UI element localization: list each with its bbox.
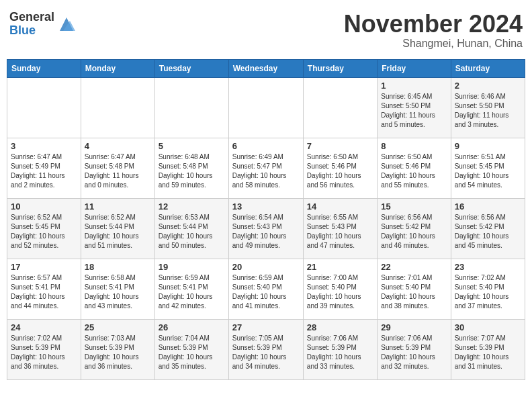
day-info: Sunrise: 6:45 AM Sunset: 5:50 PM Dayligh… <box>381 92 447 130</box>
calendar-day-cell: 28Sunrise: 7:06 AM Sunset: 5:39 PM Dayli… <box>303 319 377 379</box>
day-info: Sunrise: 7:07 AM Sunset: 5:39 PM Dayligh… <box>455 334 521 371</box>
day-info: Sunrise: 7:04 AM Sunset: 5:39 PM Dayligh… <box>159 334 225 371</box>
calendar-day-cell: 6Sunrise: 6:49 AM Sunset: 5:47 PM Daylig… <box>228 138 303 198</box>
calendar-day-cell <box>154 77 228 138</box>
day-info: Sunrise: 6:52 AM Sunset: 5:45 PM Dayligh… <box>11 213 77 250</box>
day-number: 13 <box>232 201 300 212</box>
month-title: November 2024 <box>344 11 523 38</box>
day-number: 27 <box>232 322 300 332</box>
day-number: 14 <box>307 201 373 212</box>
day-info: Sunrise: 6:48 AM Sunset: 5:48 PM Dayligh… <box>159 152 225 190</box>
calendar-day-cell: 11Sunrise: 6:52 AM Sunset: 5:44 PM Dayli… <box>81 198 154 259</box>
day-info: Sunrise: 6:55 AM Sunset: 5:43 PM Dayligh… <box>307 213 373 250</box>
calendar-day-cell: 2Sunrise: 6:46 AM Sunset: 5:50 PM Daylig… <box>451 77 525 138</box>
day-info: Sunrise: 6:59 AM Sunset: 5:40 PM Dayligh… <box>232 273 300 311</box>
calendar-week-row: 10Sunrise: 6:52 AM Sunset: 5:45 PM Dayli… <box>7 198 525 259</box>
day-info: Sunrise: 6:51 AM Sunset: 5:45 PM Dayligh… <box>455 152 521 190</box>
day-number: 26 <box>159 322 225 332</box>
day-info: Sunrise: 6:56 AM Sunset: 5:42 PM Dayligh… <box>455 213 521 250</box>
calendar-week-row: 3Sunrise: 6:47 AM Sunset: 5:49 PM Daylig… <box>7 138 525 198</box>
day-info: Sunrise: 7:02 AM Sunset: 5:40 PM Dayligh… <box>455 273 521 311</box>
day-number: 8 <box>381 141 447 151</box>
day-info: Sunrise: 6:46 AM Sunset: 5:50 PM Dayligh… <box>455 92 521 130</box>
day-number: 15 <box>381 201 447 212</box>
calendar-day-cell: 26Sunrise: 7:04 AM Sunset: 5:39 PM Dayli… <box>154 319 228 379</box>
page-header: General Blue November 2024 Shangmei, Hun… <box>7 7 525 54</box>
day-number: 5 <box>159 141 225 151</box>
day-info: Sunrise: 6:52 AM Sunset: 5:44 PM Dayligh… <box>85 213 151 250</box>
day-number: 24 <box>11 322 77 332</box>
calendar-day-cell: 16Sunrise: 6:56 AM Sunset: 5:42 PM Dayli… <box>451 198 525 259</box>
day-number: 23 <box>455 262 521 272</box>
day-number: 16 <box>455 201 521 212</box>
logo-blue-text: Blue <box>9 24 54 38</box>
calendar-week-row: 1Sunrise: 6:45 AM Sunset: 5:50 PM Daylig… <box>7 77 525 138</box>
day-info: Sunrise: 6:59 AM Sunset: 5:41 PM Dayligh… <box>159 273 225 311</box>
day-of-week-header: Saturday <box>451 59 525 77</box>
calendar-day-cell: 24Sunrise: 7:02 AM Sunset: 5:39 PM Dayli… <box>7 319 81 379</box>
day-info: Sunrise: 6:53 AM Sunset: 5:44 PM Dayligh… <box>159 213 225 250</box>
calendar-day-cell: 9Sunrise: 6:51 AM Sunset: 5:45 PM Daylig… <box>451 138 525 198</box>
day-info: Sunrise: 7:03 AM Sunset: 5:39 PM Dayligh… <box>85 334 151 371</box>
day-info: Sunrise: 7:05 AM Sunset: 5:39 PM Dayligh… <box>232 334 300 371</box>
calendar-week-row: 17Sunrise: 6:57 AM Sunset: 5:41 PM Dayli… <box>7 259 525 319</box>
logo-icon <box>56 14 77 34</box>
day-info: Sunrise: 7:06 AM Sunset: 5:39 PM Dayligh… <box>307 334 373 371</box>
day-info: Sunrise: 6:47 AM Sunset: 5:48 PM Dayligh… <box>85 152 151 190</box>
day-number: 20 <box>232 262 300 272</box>
day-number: 17 <box>11 262 77 272</box>
logo: General Blue <box>9 11 77 38</box>
day-info: Sunrise: 7:02 AM Sunset: 5:39 PM Dayligh… <box>11 334 77 371</box>
calendar-day-cell: 21Sunrise: 7:00 AM Sunset: 5:40 PM Dayli… <box>303 259 377 319</box>
calendar-day-cell: 1Sunrise: 6:45 AM Sunset: 5:50 PM Daylig… <box>378 77 451 138</box>
day-number: 30 <box>455 322 521 332</box>
day-info: Sunrise: 6:50 AM Sunset: 5:46 PM Dayligh… <box>381 152 447 190</box>
day-number: 21 <box>307 262 373 272</box>
day-of-week-header: Wednesday <box>228 59 303 77</box>
day-number: 19 <box>159 262 225 272</box>
day-of-week-header: Thursday <box>303 59 377 77</box>
day-number: 7 <box>307 141 373 151</box>
calendar-day-cell: 25Sunrise: 7:03 AM Sunset: 5:39 PM Dayli… <box>81 319 154 379</box>
day-info: Sunrise: 6:49 AM Sunset: 5:47 PM Dayligh… <box>232 152 300 190</box>
day-of-week-header: Tuesday <box>154 59 228 77</box>
title-section: November 2024 Shangmei, Hunan, China <box>344 11 523 50</box>
calendar-day-cell <box>7 77 81 138</box>
day-number: 25 <box>85 322 151 332</box>
day-number: 10 <box>11 201 77 212</box>
day-number: 4 <box>85 141 151 151</box>
day-number: 22 <box>381 262 447 272</box>
day-info: Sunrise: 7:00 AM Sunset: 5:40 PM Dayligh… <box>307 273 373 311</box>
calendar-day-cell: 14Sunrise: 6:55 AM Sunset: 5:43 PM Dayli… <box>303 198 377 259</box>
calendar-day-cell <box>81 77 154 138</box>
day-number: 3 <box>11 141 77 151</box>
day-info: Sunrise: 6:56 AM Sunset: 5:42 PM Dayligh… <box>381 213 447 250</box>
day-info: Sunrise: 6:57 AM Sunset: 5:41 PM Dayligh… <box>11 273 77 311</box>
location-subtitle: Shangmei, Hunan, China <box>344 38 523 50</box>
calendar-day-cell: 3Sunrise: 6:47 AM Sunset: 5:49 PM Daylig… <box>7 138 81 198</box>
calendar-day-cell: 27Sunrise: 7:05 AM Sunset: 5:39 PM Dayli… <box>228 319 303 379</box>
calendar-day-cell: 4Sunrise: 6:47 AM Sunset: 5:48 PM Daylig… <box>81 138 154 198</box>
day-number: 6 <box>232 141 300 151</box>
calendar-day-cell <box>303 77 377 138</box>
logo-general-text: General <box>9 11 54 24</box>
day-info: Sunrise: 6:47 AM Sunset: 5:49 PM Dayligh… <box>11 152 77 190</box>
day-number: 12 <box>159 201 225 212</box>
day-number: 2 <box>455 81 521 91</box>
day-number: 1 <box>381 81 447 91</box>
calendar-day-cell: 23Sunrise: 7:02 AM Sunset: 5:40 PM Dayli… <box>451 259 525 319</box>
day-info: Sunrise: 6:54 AM Sunset: 5:43 PM Dayligh… <box>232 213 300 250</box>
day-info: Sunrise: 7:06 AM Sunset: 5:39 PM Dayligh… <box>381 334 447 371</box>
day-number: 29 <box>381 322 447 332</box>
calendar-day-cell: 20Sunrise: 6:59 AM Sunset: 5:40 PM Dayli… <box>228 259 303 319</box>
calendar-day-cell: 5Sunrise: 6:48 AM Sunset: 5:48 PM Daylig… <box>154 138 228 198</box>
calendar-header-row: SundayMondayTuesdayWednesdayThursdayFrid… <box>7 59 525 77</box>
calendar-week-row: 24Sunrise: 7:02 AM Sunset: 5:39 PM Dayli… <box>7 319 525 379</box>
day-of-week-header: Monday <box>81 59 154 77</box>
day-number: 28 <box>307 322 373 332</box>
day-of-week-header: Friday <box>378 59 451 77</box>
calendar-day-cell: 18Sunrise: 6:58 AM Sunset: 5:41 PM Dayli… <box>81 259 154 319</box>
calendar-table: SundayMondayTuesdayWednesdayThursdayFrid… <box>7 59 525 380</box>
day-info: Sunrise: 6:58 AM Sunset: 5:41 PM Dayligh… <box>85 273 151 311</box>
calendar-day-cell: 30Sunrise: 7:07 AM Sunset: 5:39 PM Dayli… <box>451 319 525 379</box>
